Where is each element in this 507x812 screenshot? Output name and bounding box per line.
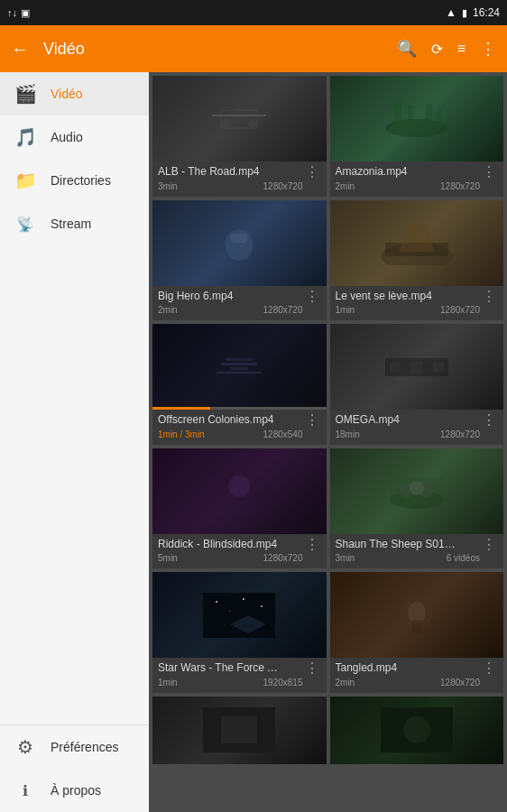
video-info-2: Amazonia.mp4 2min 1280x720 ⋮ bbox=[330, 161, 504, 197]
video-card-4[interactable]: Le vent se lève.mp4 1min 1280x720 ⋮ bbox=[330, 200, 504, 321]
svg-point-23 bbox=[228, 475, 250, 497]
video-more-3[interactable]: ⋮ bbox=[303, 290, 321, 304]
video-info-1: ALB - The Road.mp4 3min 1280x720 ⋮ bbox=[152, 161, 327, 197]
video-resolution-6: 1280x720 bbox=[440, 429, 480, 439]
video-resolution-9: 1920x815 bbox=[263, 678, 303, 687]
video-title-10: Tangled.mp4 bbox=[336, 661, 462, 676]
svg-point-32 bbox=[261, 605, 263, 607]
video-thumbnail-1 bbox=[152, 76, 327, 161]
video-more-5[interactable]: ⋮ bbox=[303, 413, 321, 428]
sidebar-item-directories[interactable]: 📁 Directories bbox=[0, 159, 149, 202]
svg-rect-7 bbox=[426, 104, 432, 128]
video-card-8[interactable]: Shaun The Sheep S01E0... 3min 6 vidéos ⋮ bbox=[330, 448, 504, 569]
video-info-6: OMEGA.mp4 18min 1280x720 ⋮ bbox=[330, 410, 504, 445]
video-card-3[interactable]: Big Hero 6.mp4 2min 1280x720 ⋮ bbox=[152, 200, 327, 321]
video-title-8: Shaun The Sheep S01E0... bbox=[336, 538, 462, 552]
sidebar-item-preferences[interactable]: ⚙ Préférences bbox=[0, 725, 149, 769]
svg-rect-14 bbox=[221, 363, 257, 365]
video-resolution-7: 1280x720 bbox=[263, 553, 303, 563]
sidebar-bottom: ⚙ Préférences ℹ À propos bbox=[0, 724, 149, 812]
video-card-12[interactable] bbox=[330, 697, 504, 764]
video-meta-5: 1min / 3min 1280x540 bbox=[158, 429, 303, 439]
video-meta-9: 1min 1920x815 bbox=[158, 678, 303, 687]
svg-rect-15 bbox=[226, 358, 253, 361]
video-title-4: Le vent se lève.mp4 bbox=[336, 290, 462, 304]
video-duration-3: 2min bbox=[158, 305, 178, 315]
video-more-2[interactable]: ⋮ bbox=[480, 165, 498, 180]
video-resolution-8: 6 vidéos bbox=[447, 553, 480, 563]
video-more-9[interactable]: ⋮ bbox=[303, 661, 321, 676]
svg-rect-37 bbox=[412, 620, 421, 633]
video-card-5[interactable]: Offscreen Colonies.mp4 1min / 3min 1280x… bbox=[152, 324, 327, 445]
video-title-1: ALB - The Road.mp4 bbox=[158, 165, 284, 180]
back-button[interactable]: ← bbox=[11, 39, 29, 60]
sidebar-label-video: Vidéo bbox=[51, 87, 83, 101]
svg-rect-8 bbox=[437, 107, 441, 128]
svg-rect-10 bbox=[230, 234, 248, 243]
video-card-10[interactable]: Tangled.mp4 2min 1280x720 ⋮ bbox=[330, 572, 504, 693]
video-duration-9: 1min bbox=[158, 678, 178, 687]
video-thumbnail-3 bbox=[152, 200, 327, 286]
video-meta-6: 18min 1280x720 bbox=[336, 429, 481, 439]
video-card-2[interactable]: Amazonia.mp4 2min 1280x720 ⋮ bbox=[330, 76, 504, 197]
svg-rect-6 bbox=[408, 106, 413, 128]
app-icon: ▣ bbox=[21, 7, 30, 19]
video-card-7[interactable]: Riddick - Blindsided.mp4 5min 1280x720 ⋮ bbox=[152, 448, 327, 569]
svg-rect-39 bbox=[221, 716, 257, 743]
sidebar-label-stream: Stream bbox=[51, 217, 91, 231]
video-more-8[interactable]: ⋮ bbox=[480, 538, 498, 552]
svg-rect-17 bbox=[217, 372, 262, 374]
video-duration-10: 2min bbox=[336, 678, 355, 687]
video-meta-7: 5min 1280x720 bbox=[158, 553, 303, 563]
video-info-8: Shaun The Sheep S01E0... 3min 6 vidéos ⋮ bbox=[330, 534, 504, 569]
video-more-6[interactable]: ⋮ bbox=[480, 413, 498, 428]
sidebar: 🎬 Vidéo 🎵 Audio 📁 Directories 📡 Stream ⚙… bbox=[0, 72, 149, 812]
video-info-7: Riddick - Blindsided.mp4 5min 1280x720 ⋮ bbox=[152, 534, 327, 569]
battery-icon: ▮ bbox=[462, 7, 467, 19]
video-card-11[interactable] bbox=[152, 697, 327, 764]
video-meta-3: 2min 1280x720 bbox=[158, 305, 303, 315]
video-card-9[interactable]: Star Wars - The Force Awakens.mov 1min 1… bbox=[152, 572, 327, 693]
svg-rect-20 bbox=[411, 361, 422, 374]
status-bar-left: ↑↓ ▣ bbox=[7, 7, 30, 19]
video-duration-2: 2min bbox=[336, 181, 355, 191]
video-info-3: Big Hero 6.mp4 2min 1280x720 ⋮ bbox=[152, 286, 327, 321]
video-card-1[interactable]: ALB - The Road.mp4 3min 1280x720 ⋮ bbox=[152, 76, 327, 197]
video-card-6[interactable]: OMEGA.mp4 18min 1280x720 ⋮ bbox=[330, 324, 504, 445]
sidebar-item-stream[interactable]: 📡 Stream bbox=[0, 202, 149, 245]
video-meta-10: 2min 1280x720 bbox=[336, 678, 481, 687]
header: ← Vidéo 🔍 ⟳ ≡ ⋮ bbox=[0, 25, 507, 72]
sidebar-label-directories: Directories bbox=[51, 173, 111, 188]
video-grid: ALB - The Road.mp4 3min 1280x720 ⋮ bbox=[152, 76, 503, 764]
video-more-1[interactable]: ⋮ bbox=[303, 165, 321, 180]
video-resolution-1: 1280x720 bbox=[263, 181, 303, 191]
video-more-4[interactable]: ⋮ bbox=[480, 290, 498, 304]
video-more-10[interactable]: ⋮ bbox=[480, 661, 498, 676]
history-icon[interactable]: ⟳ bbox=[431, 41, 443, 58]
gear-icon: ⚙ bbox=[14, 736, 36, 758]
sort-icon[interactable]: ≡ bbox=[457, 41, 466, 57]
sidebar-item-audio[interactable]: 🎵 Audio bbox=[0, 115, 149, 159]
page-title: Vidéo bbox=[43, 40, 383, 59]
svg-rect-19 bbox=[390, 363, 401, 372]
video-thumbnail-2 bbox=[330, 76, 504, 161]
video-title-7: Riddick - Blindsided.mp4 bbox=[158, 538, 284, 552]
sidebar-item-video[interactable]: 🎬 Vidéo bbox=[0, 72, 149, 115]
video-info-10: Tangled.mp4 2min 1280x720 ⋮ bbox=[330, 658, 504, 693]
video-duration-4: 1min bbox=[336, 305, 355, 315]
video-title-5: Offscreen Colonies.mp4 bbox=[158, 413, 284, 428]
svg-point-28 bbox=[410, 481, 424, 495]
video-thumbnail-6 bbox=[330, 324, 504, 410]
status-bar-right: ▲ ▮ 16:24 bbox=[446, 6, 500, 19]
video-resolution-5: 1280x540 bbox=[263, 429, 303, 439]
more-options-icon[interactable]: ⋮ bbox=[480, 39, 496, 59]
sidebar-item-about[interactable]: ℹ À propos bbox=[0, 769, 149, 812]
video-more-7[interactable]: ⋮ bbox=[303, 538, 321, 552]
content-area[interactable]: ALB - The Road.mp4 3min 1280x720 ⋮ bbox=[149, 72, 507, 812]
main-layout: 🎬 Vidéo 🎵 Audio 📁 Directories 📡 Stream ⚙… bbox=[0, 72, 507, 812]
svg-marker-13 bbox=[399, 225, 435, 252]
video-thumbnail-4 bbox=[330, 200, 504, 286]
search-icon[interactable]: 🔍 bbox=[397, 39, 417, 59]
video-duration-8: 3min bbox=[336, 553, 355, 563]
time-display: 16:24 bbox=[473, 6, 500, 19]
